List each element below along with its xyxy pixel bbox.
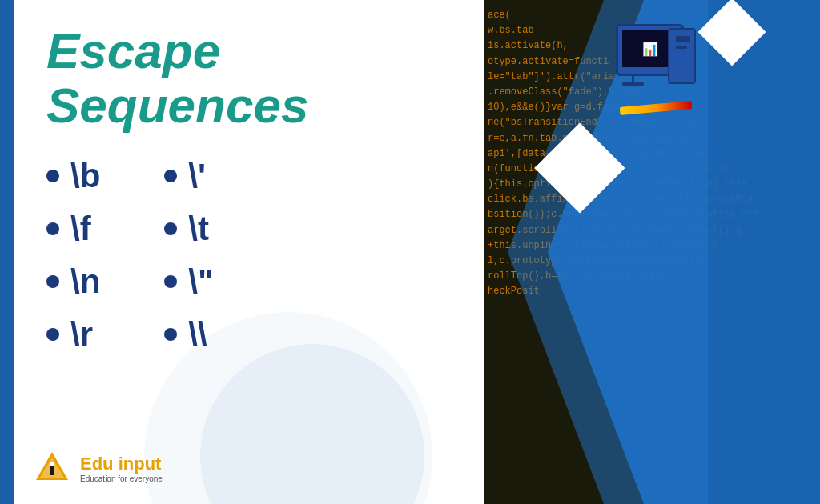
bullet-dot (46, 328, 59, 341)
bullet-dot (164, 222, 177, 235)
left-column: \b \f \n \r (46, 157, 100, 354)
bullet-dot (46, 222, 59, 235)
bullet-label: \f (70, 210, 91, 248)
bullet-label: \' (188, 157, 206, 195)
logo-text-area: Edu input Education for everyone (80, 454, 163, 483)
bullet-dot (164, 328, 177, 341)
logo-name: Edu input (80, 454, 163, 474)
bullet-label: \r (70, 315, 93, 354)
svg-rect-5 (50, 462, 54, 466)
tower-button-2 (676, 46, 687, 49)
left-bullet-item-1: \f (46, 210, 100, 248)
logo-icon (32, 448, 72, 488)
right-bullet-item-2: \" (164, 262, 214, 301)
logo-area: Edu input Education for everyone (32, 448, 163, 488)
computer-icon: 📊 (592, 24, 696, 112)
content-columns: \b \f \n \r \' \t \" \\ (46, 157, 479, 354)
bullet-label: \" (188, 262, 214, 301)
right-bullet-item-3: \\ (164, 315, 214, 354)
right-bullet-item-0: \' (164, 157, 214, 195)
tower-button-1 (676, 36, 690, 42)
tower-graphic (668, 28, 696, 84)
main-content: Escape Sequences \b \f \n \r \' \t \" (14, 0, 511, 504)
left-bullet-item-2: \n (46, 262, 100, 301)
bullet-dot (46, 170, 59, 182)
logo-input: input (119, 454, 162, 474)
bullet-dot (46, 275, 59, 288)
page-title: Escape Sequences (46, 24, 479, 133)
right-bullet-item-1: \t (164, 210, 214, 248)
logo-edu: Edu (80, 454, 119, 474)
logo-tagline: Education for everyone (80, 474, 163, 483)
right-column: \' \t \" \\ (164, 157, 214, 354)
monitor-base (622, 82, 644, 86)
left-accent-bar (0, 0, 14, 504)
left-bullet-item-0: \b (46, 157, 100, 195)
left-bullet-item-3: \r (46, 315, 100, 354)
bullet-dot (164, 170, 177, 182)
bullet-label: \b (70, 157, 100, 195)
bullet-label: \\ (188, 315, 207, 354)
bullet-label: \t (188, 210, 209, 248)
bullet-dot (164, 275, 177, 288)
monitor-screen-content: 📊 (642, 42, 658, 57)
svg-rect-4 (50, 466, 54, 475)
bullet-label: \n (70, 262, 100, 301)
